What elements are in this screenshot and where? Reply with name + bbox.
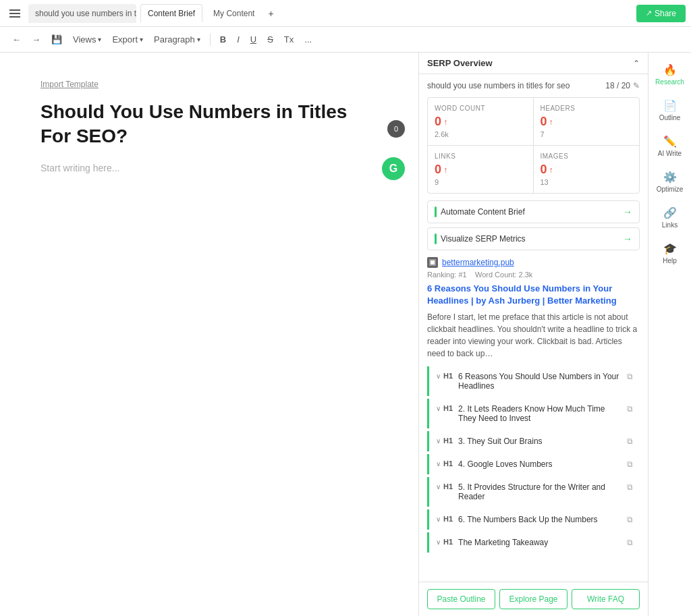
outline-tag: H1 — [443, 459, 453, 468]
edit-query-icon[interactable]: ✎ — [633, 81, 640, 90]
tab-content-brief[interactable]: Content Brief — [140, 4, 202, 22]
outline-item: ∨ H1 5. It Provides Structure for the Wr… — [427, 477, 640, 507]
svg-rect-2 — [9, 16, 20, 18]
outline-item-text: ∨ H1 The Marketing Takeaway — [436, 538, 623, 547]
outline-text: 5. It Provides Structure for the Writer … — [458, 482, 623, 501]
tab-inactive[interactable]: should you use numbers in titl... 🇺🇸 ⚙ — [28, 4, 136, 23]
explore-page-button[interactable]: Explore Page — [499, 589, 568, 609]
sidebar-item-research[interactable]: 🔥 Research — [648, 58, 691, 91]
outline-copy-icon[interactable]: ⧉ — [627, 459, 633, 469]
sidebar-item-help[interactable]: 🎓 Help — [648, 237, 691, 270]
serp-dropdown-icon[interactable]: ⌃ — [633, 59, 640, 68]
more-options-button[interactable]: ... — [300, 32, 316, 47]
optimize-icon: ⚙️ — [663, 171, 677, 184]
outline-text: 6 Reasons You Should Use Numbers in Your… — [458, 372, 623, 391]
redo-button[interactable]: → — [28, 32, 45, 47]
metric-headers: HEADERS 0 ↑ 7 — [534, 98, 640, 146]
headers-label: HEADERS — [541, 105, 633, 112]
headers-arrow: ↑ — [549, 117, 553, 127]
views-dropdown[interactable]: Views ▾ — [69, 32, 105, 47]
links-arrow: ↑ — [443, 165, 447, 175]
sidebar-item-optimize[interactable]: ⚙️ Optimize — [648, 165, 691, 198]
underline-button[interactable]: U — [246, 32, 260, 47]
clear-format-button[interactable]: Tx — [280, 32, 298, 47]
serp-panel-title: SERP Overview — [427, 58, 493, 68]
paste-outline-button[interactable]: Paste Outline — [427, 589, 495, 609]
editor-title[interactable]: Should You Use Numbers in Titles For SEO… — [40, 100, 378, 149]
outline-icon: 📄 — [663, 99, 677, 112]
links-avg: 9 — [435, 178, 526, 186]
grammarly-badge[interactable]: G — [382, 157, 405, 180]
paragraph-dropdown[interactable]: Paragraph ▾ — [150, 32, 204, 47]
serp-header: SERP Overview ⌃ — [419, 53, 648, 74]
automate-brief-button[interactable]: Automate Content Brief → — [427, 200, 640, 223]
serp-query-row: should you use numbers in titles for seo… — [427, 81, 640, 90]
share-icon: ↗ — [646, 9, 652, 18]
help-icon: 🎓 — [663, 242, 677, 255]
toolbar-divider-1 — [210, 34, 211, 46]
sidebar-item-links[interactable]: 🔗 Links — [648, 201, 691, 234]
green-bar-icon — [435, 206, 437, 217]
metric-links: LINKS 0 ↑ 9 — [428, 146, 534, 193]
outline-chevron-icon: ∨ — [436, 460, 441, 468]
word-count-avg: 2.6k — [435, 130, 526, 138]
topbar: should you use numbers in titl... 🇺🇸 ⚙ C… — [0, 0, 691, 27]
visualize-arrow-icon: → — [623, 233, 632, 244]
paragraph-chevron-icon: ▾ — [197, 36, 200, 43]
save-button[interactable]: 💾 — [47, 32, 66, 47]
editor-area[interactable]: 0 Import Template Should You Use Numbers… — [0, 53, 418, 616]
add-tab-button[interactable]: + — [265, 8, 276, 19]
metric-images: IMAGES 0 ↑ 13 — [534, 146, 640, 193]
outline-tag: H1 — [443, 482, 453, 491]
strikethrough-button[interactable]: S — [263, 32, 277, 47]
tab-my-content[interactable]: My Content — [206, 5, 261, 22]
share-button[interactable]: ↗ Share — [636, 5, 686, 22]
undo-button[interactable]: ← — [8, 32, 25, 47]
links-icon: 🔗 — [663, 206, 677, 219]
automate-arrow-icon: → — [623, 206, 632, 217]
outline-copy-icon[interactable]: ⧉ — [627, 482, 633, 492]
outline-item: ∨ H1 6. The Numbers Back Up the Numbers … — [427, 509, 640, 530]
editor-placeholder: Start writing here... — [40, 163, 378, 173]
outline-tag: H1 — [443, 515, 453, 523]
ranking-info: Ranking: #1 Word Count: 2.3k — [427, 271, 640, 279]
sidebar-item-outline[interactable]: 📄 Outline — [648, 94, 691, 127]
toolbar: ← → 💾 Views ▾ Export ▾ Paragraph ▾ B I U… — [0, 27, 691, 53]
write-faq-button[interactable]: Write FAQ — [572, 589, 640, 609]
outline-text: 4. Google Loves Numbers — [458, 459, 552, 469]
menu-icon[interactable] — [5, 4, 24, 23]
outline-chevron-icon: ∨ — [436, 405, 441, 412]
images-arrow: ↑ — [549, 165, 553, 175]
word-count-badge: 0 — [387, 120, 405, 138]
article-title-link[interactable]: 6 Reasons You Should Use Numbers in Your… — [427, 283, 640, 307]
outline-chevron-icon: ∨ — [436, 372, 441, 380]
import-template-link[interactable]: Import Template — [40, 80, 378, 89]
headers-avg: 7 — [541, 130, 633, 138]
article-excerpt: Before I start, let me preface that this… — [427, 311, 640, 360]
ai-write-icon: ✏️ — [663, 135, 677, 148]
export-chevron-icon: ▾ — [140, 36, 143, 43]
outline-item: ∨ H1 6 Reasons You Should Use Numbers in… — [427, 366, 640, 396]
word-count-value: 0 ↑ — [435, 115, 526, 129]
svg-rect-4 — [431, 260, 435, 264]
visualize-metrics-button[interactable]: Visualize SERP Metrics → — [427, 227, 640, 250]
outline-item-text: ∨ H1 2. It Lets Readers Know How Much Ti… — [436, 404, 623, 423]
serp-content: should you use numbers in titles for seo… — [419, 74, 648, 582]
outline-copy-icon[interactable]: ⧉ — [627, 404, 633, 414]
outline-copy-icon[interactable]: ⧉ — [627, 538, 633, 547]
images-value: 0 ↑ — [541, 163, 633, 177]
outline-copy-icon[interactable]: ⧉ — [627, 372, 633, 381]
serp-query-text: should you use numbers in titles for seo — [427, 81, 570, 90]
outline-copy-icon[interactable]: ⧉ — [627, 515, 633, 524]
export-dropdown[interactable]: Export ▾ — [108, 32, 147, 47]
outline-item-text: ∨ H1 3. They Suit Our Brains — [436, 437, 623, 446]
outline-text: 2. It Lets Readers Know How Much Time Th… — [458, 404, 623, 423]
sidebar-item-ai-write[interactable]: ✏️ AI Write — [648, 130, 691, 163]
bold-button[interactable]: B — [216, 32, 230, 47]
outline-tag: H1 — [443, 404, 453, 412]
outline-copy-icon[interactable]: ⧉ — [627, 437, 633, 446]
outline-text: 6. The Numbers Back Up the Numbers — [458, 515, 598, 524]
italic-button[interactable]: I — [233, 32, 244, 47]
serp-score: 18 / 20 ✎ — [605, 81, 640, 90]
source-domain-link[interactable]: bettermarketing.pub — [442, 258, 514, 267]
